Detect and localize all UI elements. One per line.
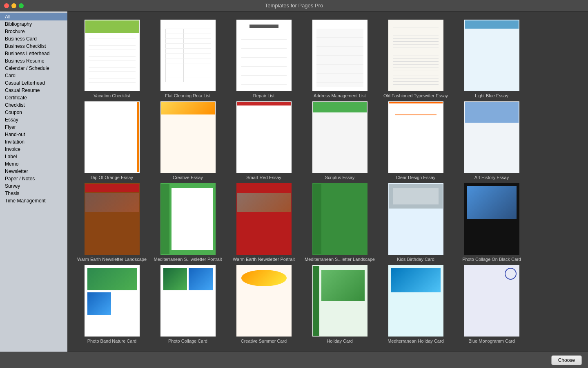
sidebar-item-business-letterhead[interactable]: Business Letterhead [0,50,67,57]
sidebar-item-brochure[interactable]: Brochure [0,28,67,35]
template-label-kids-birthday-card: Kids Birthday Card [397,257,434,262]
template-item-mediterranean-holiday-card[interactable]: Mediterranean Holiday Card [379,265,452,343]
sidebar-item-calendar[interactable]: Calendar / Schedule [0,65,67,72]
sidebar-item-business-resume[interactable]: Business Resume [0,57,67,65]
template-label-creative-summer-card: Creative Summer Card [241,339,287,343]
sidebar-item-time-management[interactable]: Time Management [0,197,67,204]
template-thumb-photo-collage-card [160,265,216,337]
minimize-button[interactable] [11,3,16,8]
template-item-repair-list[interactable]: Repair List [227,20,300,98]
sidebar-item-flyer[interactable]: Flyer [0,123,67,131]
template-item-art-history-essay[interactable]: Art History Essay [455,101,528,180]
close-button[interactable] [4,3,9,8]
main-layout: AllBibliographyBrochureBusiness CardBusi… [0,11,588,352]
template-item-warm-earth-newsletter-portrait[interactable]: Warm Earth Newsletter Portrait [227,183,300,262]
template-item-blue-monogramm-card[interactable]: Blue Monogramm Card [455,265,528,343]
sidebar-item-card[interactable]: Card [0,72,67,79]
sidebar-item-essay[interactable]: Essay [0,116,67,123]
template-thumb-old-fashioned-typewriter-essay [388,20,443,91]
template-thumb-vacation-checklist [85,20,140,91]
template-thumb-scriptus-essay [312,101,368,173]
sidebar-item-checklist[interactable]: Checklist [0,101,67,109]
template-thumb-address-management-list [312,20,368,91]
template-item-smart-red-essay[interactable]: Smart Red Essay [227,101,300,180]
template-label-mediterranean-newsletter-landscape: Mediterranean S...letter Landscape [305,257,375,262]
template-thumb-creative-essay [160,101,216,173]
template-thumb-mediterranean-newsletter-portrait [160,183,216,255]
template-item-creative-summer-card[interactable]: Creative Summer Card [227,265,300,343]
template-item-mediterranean-newsletter-portrait[interactable]: Mediterranean S...wsletter Portrait [151,183,224,262]
template-thumb-creative-summer-card [236,265,292,337]
template-label-flat-cleaning-rota-list: Flat Cleaning Rota List [165,93,210,98]
sidebar-item-all[interactable]: All [0,13,67,20]
sidebar: AllBibliographyBrochureBusiness CardBusi… [0,11,67,352]
template-label-photo-collage-card: Photo Collage Card [168,339,207,343]
template-thumb-warm-earth-newsletter-portrait [236,183,292,255]
sidebar-item-survey[interactable]: Survey [0,182,67,190]
template-label-light-blue-essay: Light Blue Essay [475,93,508,98]
sidebar-item-newsletter[interactable]: Newsletter [0,168,67,175]
template-label-mediterranean-newsletter-portrait: Mediterranean S...wsletter Portrait [154,257,222,262]
template-label-photo-collage-on-black-card: Photo Collage On Black Card [462,257,521,262]
template-label-smart-red-essay: Smart Red Essay [246,175,281,180]
template-label-old-fashioned-typewriter-essay: Old Fashioned Typewriter Essay [383,93,448,98]
template-grid: Vacation ChecklistFlat Cleaning Rota Lis… [76,20,584,343]
template-label-scriptus-essay: Scriptus Essay [325,175,355,180]
template-item-light-blue-essay[interactable]: Light Blue Essay [455,20,528,98]
sidebar-item-invoice[interactable]: Invoice [0,146,67,153]
template-item-old-fashioned-typewriter-essay[interactable]: Old Fashioned Typewriter Essay [379,20,452,98]
template-item-creative-essay[interactable]: Creative Essay [151,101,224,180]
sidebar-item-certificate[interactable]: Certificate [0,94,67,101]
template-item-photo-collage-card[interactable]: Photo Collage Card [151,265,224,343]
template-thumb-clear-design-essay [388,101,443,173]
template-item-clear-design-essay[interactable]: Clear Design Essay [379,101,452,180]
template-label-vacation-checklist: Vacation Checklist [94,93,130,98]
template-thumb-warm-earth-newsletter-landscape [85,183,140,255]
sidebar-item-business-card[interactable]: Business Card [0,35,67,43]
template-label-warm-earth-newsletter-landscape: Warm Earth Newsletter Landscape [77,257,147,262]
template-item-holiday-card[interactable]: Holiday Card [303,265,376,343]
sidebar-item-casual-letterhead[interactable]: Casual Letterhead [0,79,67,87]
sidebar-item-thesis[interactable]: Thesis [0,190,67,197]
template-label-repair-list: Repair List [253,93,275,98]
template-label-warm-earth-newsletter-portrait: Warm Earth Newsletter Portrait [233,257,295,262]
template-thumb-light-blue-essay [464,20,519,91]
template-item-photo-collage-on-black-card[interactable]: Photo Collage On Black Card [455,183,528,262]
template-label-photo-band-nature-card: Photo Band Nature Card [87,339,136,343]
template-item-warm-earth-newsletter-landscape[interactable]: Warm Earth Newsletter Landscape [76,183,148,262]
sidebar-item-bibliography[interactable]: Bibliography [0,20,67,28]
sidebar-item-paper-notes[interactable]: Paper / Notes [0,175,67,182]
template-label-holiday-card: Holiday Card [327,339,353,343]
template-thumb-photo-collage-on-black-card [464,183,519,255]
template-item-address-management-list[interactable]: Address Management List [303,20,376,98]
template-item-photo-band-nature-card[interactable]: Photo Band Nature Card [76,265,148,343]
template-thumb-photo-band-nature-card [85,265,140,337]
footer: Choose [0,352,588,368]
sidebar-item-casual-resume[interactable]: Casual Resume [0,87,67,94]
template-thumb-flat-cleaning-rota-list [160,20,216,91]
sidebar-item-invitation[interactable]: Invitation [0,138,67,146]
template-item-flat-cleaning-rota-list[interactable]: Flat Cleaning Rota List [151,20,224,98]
app-title: Templates for Pages Pro [265,2,323,9]
template-item-kids-birthday-card[interactable]: Kids Birthday Card [379,183,452,262]
template-label-art-history-essay: Art History Essay [474,175,509,180]
choose-button[interactable]: Choose [551,355,582,365]
template-content: Vacation ChecklistFlat Cleaning Rota Lis… [67,11,588,352]
sidebar-item-hand-out[interactable]: Hand-out [0,131,67,138]
template-item-vacation-checklist[interactable]: Vacation Checklist [76,20,148,98]
template-label-blue-monogramm-card: Blue Monogramm Card [468,339,515,343]
template-thumb-mediterranean-holiday-card [388,265,443,337]
template-label-dip-of-orange-essay: Dip Of Orange Essay [91,175,133,180]
sidebar-item-memo[interactable]: Memo [0,160,67,168]
sidebar-item-business-checklist[interactable]: Business Checklist [0,43,67,50]
template-label-address-management-list: Address Management List [314,93,366,98]
traffic-lights [4,3,24,8]
template-item-scriptus-essay[interactable]: Scriptus Essay [303,101,376,180]
template-label-mediterranean-holiday-card: Mediterranean Holiday Card [388,339,444,343]
maximize-button[interactable] [19,3,24,8]
sidebar-item-coupon[interactable]: Coupon [0,109,67,116]
sidebar-item-label[interactable]: Label [0,153,67,160]
template-thumb-mediterranean-newsletter-landscape [312,183,368,255]
template-item-dip-of-orange-essay[interactable]: Dip Of Orange Essay [76,101,148,180]
template-item-mediterranean-newsletter-landscape[interactable]: Mediterranean S...letter Landscape [303,183,376,262]
